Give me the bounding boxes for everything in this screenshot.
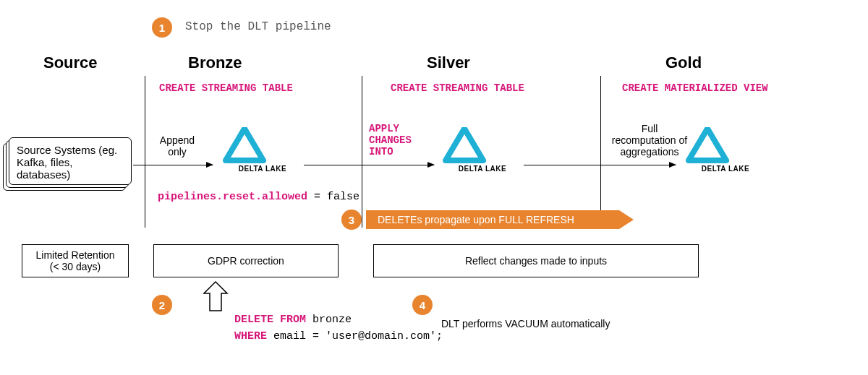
box-reflect-changes: Reflect changes made to inputs [373, 244, 699, 277]
divider-source-bronze [145, 76, 145, 228]
banner-text: DELETEs propagate upon FULL REFRESH [378, 214, 574, 225]
arrow-label-gold: Full recomputation of aggregations [606, 123, 693, 158]
delta-brand-bronze: DELTA LAKE [223, 165, 302, 173]
source-box-text: Source Systems (eg. Kafka, files, databa… [17, 144, 117, 181]
col-header-source: Source [43, 53, 98, 72]
delete-kw1: DELETE FROM [234, 314, 306, 326]
step-badge-3: 3 [341, 210, 362, 230]
banner-propagate: DELETEs propagate upon FULL REFRESH [366, 210, 619, 229]
arrow-bronze-silver [304, 165, 434, 165]
delete-statement: DELETE FROM bronze WHERE email = 'user@d… [234, 312, 443, 345]
banner-arrow-icon [619, 210, 634, 229]
step-badge-4-num: 4 [420, 299, 425, 311]
subheader-bronze: CREATE STREAMING TABLE [159, 82, 293, 94]
delta-triangle-icon [686, 127, 729, 163]
config-val: false [327, 191, 359, 203]
col-header-bronze: Bronze [188, 53, 242, 72]
delta-logo-silver: DELTA LAKE [443, 127, 522, 173]
step-badge-1: 1 [152, 17, 172, 38]
up-arrow-icon [203, 280, 229, 314]
delete-tbl: bronze [306, 314, 352, 326]
step-badge-2: 2 [152, 295, 172, 315]
arrow-source-bronze [133, 165, 213, 165]
config-op: = [307, 191, 327, 203]
subheader-silver: CREATE STREAMING TABLE [391, 82, 524, 94]
delta-logo-gold: DELTA LAKE [686, 127, 765, 173]
col-header-silver: Silver [427, 53, 470, 72]
delta-brand-gold: DELTA LAKE [686, 165, 765, 173]
step-1-text: Stop the DLT pipeline [185, 20, 331, 33]
arrow-silver-gold [524, 165, 676, 165]
arrow-label-append: Append only [156, 134, 199, 158]
delete-kw2: WHERE [234, 330, 267, 342]
step-4-text: DLT performs VACUUM automatically [441, 318, 610, 329]
step-badge-3-num: 3 [349, 214, 354, 226]
delta-brand-silver: DELTA LAKE [443, 165, 522, 173]
step-badge-4: 4 [412, 295, 433, 315]
delta-triangle-icon [443, 127, 486, 163]
config-key: pipelines.reset.allowed [158, 191, 307, 203]
delete-rest: email = 'user@domain.com'; [267, 330, 443, 342]
box-gdpr: GDPR correction [153, 244, 339, 277]
step-badge-2-num: 2 [159, 299, 165, 311]
source-box-stack: Source Systems (eg. Kafka, files, databa… [7, 136, 130, 191]
col-header-gold: Gold [665, 53, 702, 72]
divider-bronze-silver [362, 76, 362, 228]
subheader-gold: CREATE MATERIALIZED VIEW [622, 82, 768, 94]
delta-triangle-icon [223, 127, 266, 163]
step-badge-1-num: 1 [159, 22, 165, 34]
config-line: pipelines.reset.allowed = false [158, 191, 359, 203]
delta-logo-bronze: DELTA LAKE [223, 127, 302, 173]
box-limited-retention: Limited Retention (< 30 days) [22, 244, 129, 277]
arrow-label-apply-changes: APPLY CHANGES INTO [369, 123, 412, 158]
divider-silver-gold [600, 76, 601, 228]
